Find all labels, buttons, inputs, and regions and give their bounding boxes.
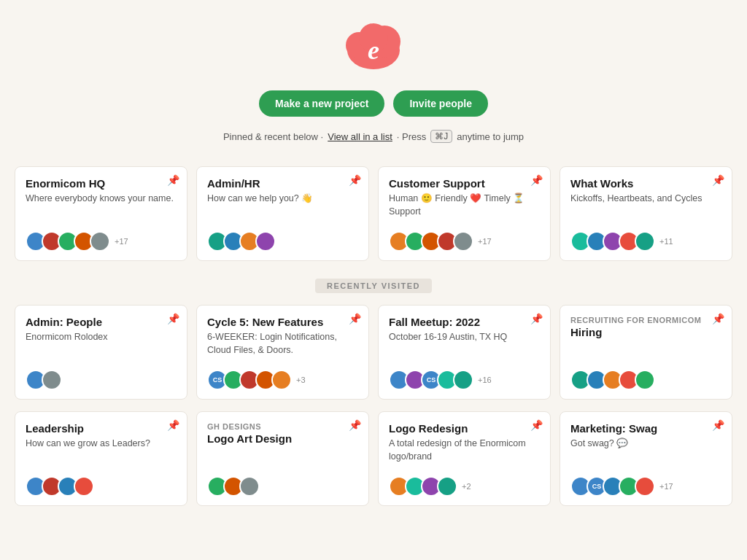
pin-icon: 📌 — [167, 419, 179, 431]
view-all-link[interactable]: View all in a list — [328, 131, 392, 142]
avatar — [635, 476, 655, 497]
avatar-group: +2 — [389, 476, 540, 497]
invite-people-button[interactable]: Invite people — [393, 90, 488, 117]
avatar-group — [207, 476, 358, 497]
pin-icon: 📌 — [167, 174, 179, 186]
card-cycle5[interactable]: 📌 Cycle 5: New Features 6-WEEKER: Login … — [196, 305, 369, 400]
pin-icon: 📌 — [530, 419, 543, 431]
card-desc: Human 🙂 Friendly ❤️ Timely ⏳ Support — [389, 192, 540, 218]
avatar — [635, 231, 655, 252]
avatar-group: +17 — [389, 231, 540, 252]
logo: e — [337, 18, 410, 79]
avatar-count: +17 — [115, 237, 128, 246]
page-header: e Make a new project Invite people Pinne… — [0, 0, 747, 166]
card-title: Hiring — [570, 326, 721, 338]
header-buttons: Make a new project Invite people — [259, 90, 488, 117]
avatar-group: CS +3 — [207, 370, 358, 390]
pin-icon: 📌 — [349, 174, 361, 186]
avatar — [74, 476, 94, 497]
section-label-text: RECENTLY VISITED — [315, 279, 432, 293]
avatar-group — [570, 370, 721, 390]
card-title: Enormicom HQ — [26, 177, 177, 190]
card-title: Cycle 5: New Features — [207, 316, 358, 328]
card-title: What Works — [570, 177, 721, 190]
card-fall-meetup[interactable]: 📌 Fall Meetup: 2022 October 16-19 Austin… — [378, 305, 551, 400]
card-desc: How can we grow as Leaders? — [26, 438, 177, 451]
pin-icon: 📌 — [712, 313, 724, 324]
card-desc: Got swag? 💬 — [570, 438, 721, 451]
recent-cards-row1: 📌 Admin: People Enormicom Rolodex 📌 Cycl… — [0, 305, 747, 400]
pin-icon: 📌 — [712, 174, 724, 186]
card-desc: Where everybody knows your name. — [26, 192, 177, 206]
avatar-group: CS +16 — [389, 370, 540, 390]
svg-text:e: e — [368, 36, 379, 65]
keyboard-shortcut: ⌘J — [430, 130, 452, 143]
card-admin-people[interactable]: 📌 Admin: People Enormicom Rolodex — [15, 305, 187, 400]
pin-icon: 📌 — [349, 419, 361, 431]
avatar-count: +3 — [296, 376, 306, 384]
card-title: Leadership — [26, 422, 177, 435]
pinned-text-2: · Press — [397, 131, 426, 142]
recent-cards-row2: 📌 Leadership How can we grow as Leaders?… — [0, 411, 747, 506]
avatar — [635, 370, 655, 390]
card-title: Logo Art Design — [207, 432, 358, 445]
avatar — [255, 231, 276, 252]
avatar — [271, 370, 292, 390]
pin-icon: 📌 — [530, 174, 543, 186]
avatar-group — [26, 476, 177, 497]
avatar-count: +17 — [478, 237, 492, 246]
card-logo-redesign[interactable]: 📌 Logo Redesign A total redesign of the … — [378, 411, 551, 506]
card-title: Admin/HR — [207, 177, 358, 190]
avatar — [42, 370, 62, 390]
avatar-group — [26, 370, 177, 390]
card-title: Fall Meetup: 2022 — [389, 316, 540, 328]
card-desc: Kickoffs, Heartbeats, and Cycles — [570, 192, 721, 206]
card-desc: A total redesign of the Enormicom logo/b… — [389, 438, 540, 463]
avatar — [453, 231, 473, 252]
card-desc: 6-WEEKER: Login Notifications, Cloud Fil… — [207, 331, 358, 357]
avatar — [90, 231, 110, 252]
recently-visited-label: RECENTLY VISITED — [15, 279, 732, 293]
card-admin-hr[interactable]: 📌 Admin/HR How can we help you? 👋 — [196, 166, 369, 261]
avatar — [453, 370, 473, 390]
new-project-button[interactable]: Make a new project — [259, 90, 384, 117]
card-desc: October 16-19 Austin, TX HQ — [389, 331, 540, 344]
card-customer-support[interactable]: 📌 Customer Support Human 🙂 Friendly ❤️ T… — [378, 166, 551, 261]
pinned-text-1: Pinned & recent below · — [223, 131, 323, 142]
pin-icon: 📌 — [530, 313, 543, 324]
avatar-group — [207, 231, 358, 252]
avatar-count: +2 — [462, 482, 471, 491]
avatar-group: +17 — [26, 231, 177, 252]
pinned-text-3: anytime to jump — [457, 131, 524, 142]
pin-icon: 📌 — [167, 313, 179, 324]
card-title: Logo Redesign — [389, 422, 540, 435]
card-subtitle: GH DESIGNS — [207, 422, 358, 431]
avatar — [437, 476, 457, 497]
card-enormicom-hq[interactable]: 📌 Enormicom HQ Where everybody knows you… — [15, 166, 187, 261]
card-title: Admin: People — [26, 316, 177, 328]
avatar-count: +16 — [478, 376, 492, 384]
card-title: Marketing: Swag — [570, 422, 721, 435]
card-hiring[interactable]: 📌 RECRUITING FOR ENORMICOM Hiring — [560, 305, 732, 400]
pinned-cards-grid: 📌 Enormicom HQ Where everybody knows you… — [0, 166, 747, 261]
card-logo-art-design[interactable]: 📌 GH DESIGNS Logo Art Design — [196, 411, 369, 506]
avatar-count: +11 — [659, 237, 673, 246]
pinned-info: Pinned & recent below · View all in a li… — [223, 130, 524, 143]
pin-icon: 📌 — [349, 313, 361, 324]
card-leadership[interactable]: 📌 Leadership How can we grow as Leaders? — [15, 411, 187, 506]
card-subtitle: RECRUITING FOR ENORMICOM — [570, 316, 721, 324]
card-marketing-swag[interactable]: 📌 Marketing: Swag Got swag? 💬 CS +17 — [560, 411, 732, 506]
avatar — [239, 476, 260, 497]
avatar-group: +11 — [570, 231, 721, 252]
card-title: Customer Support — [389, 177, 540, 190]
card-what-works[interactable]: 📌 What Works Kickoffs, Heartbeats, and C… — [560, 166, 732, 261]
pin-icon: 📌 — [712, 419, 724, 431]
avatar-group: CS +17 — [570, 476, 721, 497]
card-desc: How can we help you? 👋 — [207, 192, 358, 206]
card-desc: Enormicom Rolodex — [26, 331, 177, 344]
avatar-count: +17 — [659, 482, 673, 491]
